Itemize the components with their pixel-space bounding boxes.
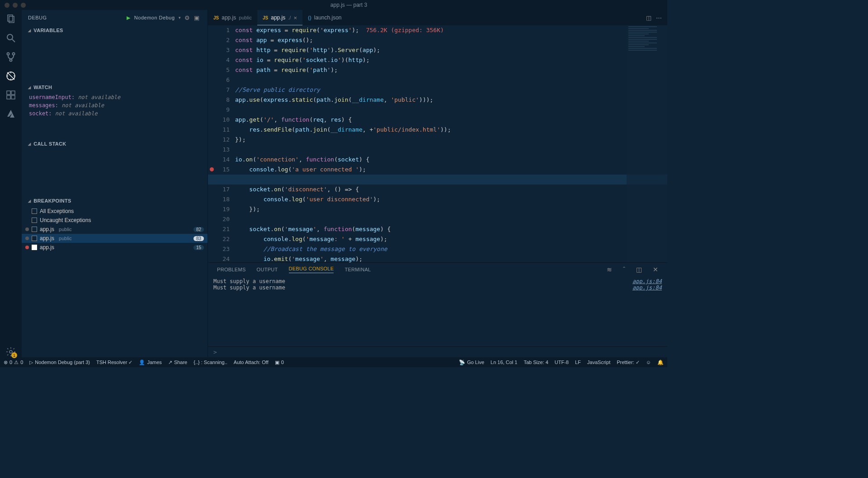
status-tsh[interactable]: TSH Resolver ✓ (96, 360, 133, 365)
console-message: Must supply a username (213, 278, 632, 284)
console-message: Must supply a username (213, 284, 632, 291)
tab-debug-console[interactable]: DEBUG CONSOLE (289, 266, 334, 273)
svg-line-3 (12, 39, 15, 42)
breakpoint-line: 82 (193, 227, 204, 232)
debug-console-icon[interactable]: ▣ (194, 14, 200, 21)
close-window-icon[interactable] (5, 3, 9, 8)
status-auto-attach[interactable]: Auto Attach: Off (234, 360, 269, 365)
start-debug-icon[interactable]: ▶ (127, 15, 131, 21)
status-share[interactable]: ↗Share (168, 360, 187, 365)
more-actions-icon[interactable]: ⋯ (656, 14, 662, 21)
status-tabsize[interactable]: Tab Size: 4 (524, 360, 548, 365)
clear-console-icon[interactable]: ≋ (607, 266, 612, 273)
watch-header[interactable]: WATCH (22, 82, 208, 92)
uncaught-exceptions-checkbox[interactable] (32, 218, 37, 223)
tab-sublabel: ./ (288, 15, 291, 20)
uncaught-exceptions-label: Uncaught Exceptions (40, 217, 91, 223)
status-scanning[interactable]: {..} : Scanning.. (193, 360, 227, 365)
gear-icon[interactable]: ⚙ (184, 14, 190, 21)
svg-line-8 (7, 72, 14, 80)
js-file-icon: JS (213, 15, 219, 20)
js-file-icon: JS (263, 15, 268, 20)
editor[interactable]: 123456789101112131415161718192021222324 … (208, 25, 667, 262)
breakpoint-checkbox[interactable] (32, 227, 37, 232)
breakpoints-header[interactable]: BREAKPOINTS (22, 196, 208, 206)
all-exceptions-row[interactable]: All Exceptions (22, 207, 208, 216)
svg-point-4 (7, 53, 9, 55)
zoom-window-icon[interactable] (21, 3, 26, 8)
status-bar: ⊗0 ⚠0 ▷Nodemon Debug (part 3) TSH Resolv… (0, 357, 667, 367)
breakpoint-checkbox[interactable] (32, 236, 37, 241)
status-position[interactable]: Ln 16, Col 1 (491, 360, 517, 365)
editor-tab[interactable]: JS app.js public (208, 10, 257, 25)
editor-tab[interactable]: JS app.js ./ × (257, 10, 302, 25)
port-icon: ▣ (275, 360, 279, 365)
tab-bar: JS app.js public JS app.js ./ × {} launc… (208, 10, 667, 25)
minimize-window-icon[interactable] (13, 3, 18, 8)
json-file-icon: {} (308, 15, 311, 20)
tab-terminal[interactable]: TERMINAL (344, 267, 371, 272)
callstack-header[interactable]: CALL STACK (22, 139, 208, 149)
tab-label: launch.json (314, 14, 342, 21)
debug-console-input[interactable]: > (208, 346, 667, 357)
settings-icon[interactable]: 1 (5, 346, 16, 357)
watch-item[interactable]: usernameInput: not available (22, 93, 208, 101)
console-source-link[interactable]: app.js:84 (632, 278, 662, 284)
share-icon: ↗ (168, 360, 172, 365)
console-source-link[interactable]: app.js:84 (632, 284, 662, 291)
uncaught-exceptions-row[interactable]: Uncaught Exceptions (22, 216, 208, 225)
explorer-icon[interactable] (5, 14, 16, 24)
titlebar: app.js — part 3 (0, 0, 667, 10)
code-area[interactable]: const express = require('express'); 756.… (235, 25, 667, 262)
panel-tabs: PROBLEMS OUTPUT DEBUG CONSOLE TERMINAL ≋… (208, 263, 667, 276)
close-tab-icon[interactable]: × (293, 14, 297, 21)
debug-config-dropdown-icon[interactable]: ▾ (179, 15, 181, 20)
status-encoding[interactable]: UTF-8 (555, 360, 569, 365)
close-panel-icon[interactable]: ✕ (653, 266, 658, 273)
breakpoint-dot-icon (25, 227, 29, 231)
split-editor-icon[interactable]: ◫ (646, 14, 651, 21)
watch-item[interactable]: socket: not available (22, 109, 208, 118)
gutter-breakpoint-icon[interactable] (210, 167, 214, 171)
maximize-panel-icon[interactable]: ◫ (636, 266, 642, 273)
editor-tab[interactable]: {} launch.json (302, 10, 347, 25)
search-icon[interactable] (5, 33, 16, 43)
debug-config[interactable]: ▶ Nodemon Debug ▾ ⚙ ▣ (125, 14, 201, 21)
status-golive[interactable]: 📡Go Live (459, 360, 484, 365)
breakpoint-line: 15 (193, 245, 204, 250)
variables-header[interactable]: VARIABLES (22, 25, 208, 35)
collapse-icon[interactable]: ˆ (623, 266, 625, 273)
status-errors[interactable]: ⊗0 ⚠0 (4, 360, 23, 365)
watch-item[interactable]: messages: not available (22, 101, 208, 109)
extensions-icon[interactable] (5, 90, 16, 100)
watch-section: WATCH usernameInput: not availablemessag… (22, 82, 208, 139)
status-prettier[interactable]: Prettier: ✓ (617, 360, 640, 365)
gutter[interactable]: 123456789101112131415161718192021222324 (208, 25, 235, 262)
debug-config-name[interactable]: Nodemon Debug (134, 15, 175, 20)
breakpoints-section: BREAKPOINTS All Exceptions Uncaught Exce… (22, 196, 208, 357)
debug-icon[interactable] (5, 71, 16, 81)
status-debug[interactable]: ▷Nodemon Debug (part 3) (29, 360, 90, 365)
breakpoint-path: public (59, 236, 72, 241)
breakpoint-row[interactable]: app.js 15 (22, 243, 208, 252)
azure-icon[interactable] (5, 109, 16, 119)
status-lang[interactable]: JavaScript (587, 360, 610, 365)
source-control-icon[interactable] (5, 52, 16, 62)
breakpoint-row[interactable]: app.js public 83 (22, 234, 208, 243)
status-user[interactable]: 👤James (139, 360, 161, 365)
debug-console-output[interactable]: Must supply a usernameMust supply a user… (208, 276, 667, 346)
window-controls[interactable] (5, 3, 26, 8)
status-bell-icon[interactable]: 🔔 (657, 360, 664, 365)
tab-output[interactable]: OUTPUT (257, 267, 278, 272)
status-port[interactable]: ▣0 (275, 360, 284, 365)
breakpoint-line: 83 (193, 236, 204, 241)
user-icon: 👤 (139, 360, 145, 365)
status-feedback-icon[interactable]: ☺ (646, 360, 651, 365)
sidebar-header: DEBUG ▶ Nodemon Debug ▾ ⚙ ▣ (22, 10, 208, 25)
status-eol[interactable]: LF (575, 360, 581, 365)
breakpoint-row[interactable]: app.js public 82 (22, 225, 208, 234)
breakpoint-checkbox[interactable] (32, 245, 37, 250)
sidebar-title: DEBUG (28, 15, 125, 20)
all-exceptions-checkbox[interactable] (32, 208, 37, 214)
tab-problems[interactable]: PROBLEMS (217, 267, 246, 272)
